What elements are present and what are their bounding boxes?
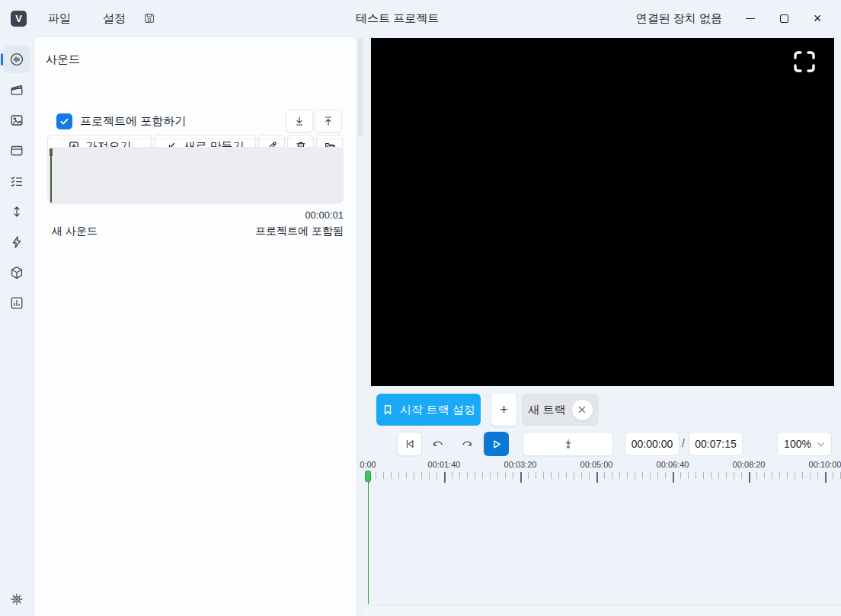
current-time-input[interactable]: 00:00:00 xyxy=(625,432,680,456)
sidebar-item-images[interactable] xyxy=(3,107,30,134)
ruler-minor-tick xyxy=(459,472,460,479)
time-separator: / xyxy=(682,437,685,449)
include-in-project-label: 프로젝트에 포함하기 xyxy=(80,114,186,129)
close-track-button[interactable] xyxy=(572,400,593,420)
ruler-minor-tick xyxy=(718,472,719,479)
gear-icon xyxy=(9,592,24,607)
sidebar-item-stats[interactable] xyxy=(3,289,30,317)
ruler-minor-tick xyxy=(604,472,605,479)
close-icon: × xyxy=(814,11,822,25)
cube-icon xyxy=(9,265,24,280)
ruler-minor-tick xyxy=(566,472,567,479)
maximize-button[interactable] xyxy=(772,7,795,30)
timeline-ruler-ticks xyxy=(368,472,841,484)
play-triangle-icon xyxy=(490,438,503,451)
timeline-area[interactable] xyxy=(365,484,841,605)
zoom-value: 100% xyxy=(784,438,811,450)
stage: 시작 트랙 설정 + 새 트랙 xyxy=(365,37,841,616)
ruler-minor-tick xyxy=(528,472,529,479)
ruler-minor-tick xyxy=(581,472,582,479)
track-tab[interactable]: 새 트랙 xyxy=(522,394,599,426)
playhead-line xyxy=(368,482,369,604)
ruler-minor-tick xyxy=(810,472,811,479)
close-button[interactable]: × xyxy=(806,7,829,30)
redo-arrow-icon xyxy=(460,438,474,450)
ruler-minor-tick xyxy=(398,472,399,479)
maximize-icon xyxy=(780,14,788,23)
ruler-minor-tick xyxy=(764,472,765,479)
total-time-input[interactable]: 00:07:15 xyxy=(689,432,743,456)
check-icon xyxy=(59,116,69,126)
ruler-minor-tick xyxy=(376,472,376,479)
checklist-icon xyxy=(9,174,24,189)
timeline-ruler[interactable]: 0:0000:01:4000:03:2000:05:0000:06:4000:0… xyxy=(368,460,841,484)
ruler-minor-tick xyxy=(680,472,681,479)
ruler-minor-tick xyxy=(779,472,780,479)
menu-file[interactable]: 파일 xyxy=(37,7,82,30)
undo-button[interactable] xyxy=(427,432,449,456)
sound-list-item[interactable]: 00:00:01 새 사운드 프로젝트에 포함됨 xyxy=(47,147,344,204)
sidebar-item-window[interactable] xyxy=(3,137,30,164)
ruler-minor-tick xyxy=(383,472,384,479)
include-in-project-checkbox[interactable] xyxy=(56,113,72,129)
sound-panel: 사운드 프로젝트에 포함하기 xyxy=(34,37,357,616)
panel-scrollbar[interactable] xyxy=(357,37,365,616)
ruler-label: 0:00 xyxy=(360,460,376,469)
ruler-labels: 0:0000:01:4000:03:2000:05:0000:06:4000:0… xyxy=(368,460,841,471)
audio-waveform-icon xyxy=(9,52,24,67)
menu-settings[interactable]: 설정 xyxy=(92,7,136,30)
timeline-scroll-strip[interactable] xyxy=(365,605,841,616)
undo-arrow-icon xyxy=(431,438,445,450)
ruler-minor-tick xyxy=(726,472,727,479)
add-track-button[interactable]: + xyxy=(491,394,516,426)
sidebar-rail xyxy=(0,37,34,616)
zoom-select[interactable]: 100% xyxy=(777,432,832,456)
ruler-minor-tick xyxy=(619,472,620,479)
playhead-handle[interactable] xyxy=(365,471,371,482)
chevron-down-icon xyxy=(817,440,825,448)
sidebar-item-objects[interactable] xyxy=(3,259,30,286)
ruler-minor-tick xyxy=(551,472,552,479)
sidebar-item-audio[interactable] xyxy=(3,46,30,73)
sound-duration: 00:00:01 xyxy=(305,209,344,221)
fullscreen-button[interactable] xyxy=(788,46,820,78)
set-start-track-button[interactable]: 시작 트랙 설정 xyxy=(376,394,481,426)
ruler-major-tick xyxy=(673,472,674,483)
upload-button[interactable] xyxy=(315,110,342,132)
ruler-minor-tick xyxy=(711,472,711,479)
waveform-thumbnail xyxy=(47,147,344,204)
minimize-button[interactable] xyxy=(739,7,762,30)
ruler-minor-tick xyxy=(574,472,574,479)
set-start-track-label: 시작 트랙 설정 xyxy=(400,403,475,417)
ruler-minor-tick xyxy=(406,472,407,479)
ruler-minor-tick xyxy=(772,472,772,479)
image-icon xyxy=(9,113,24,128)
redo-button[interactable] xyxy=(456,432,478,456)
ruler-major-tick xyxy=(596,472,598,483)
skip-to-start-icon xyxy=(404,438,416,450)
play-button[interactable] xyxy=(484,432,509,456)
ruler-label: 00:05:00 xyxy=(580,460,613,469)
skip-to-start-button[interactable] xyxy=(397,432,422,456)
upload-icon xyxy=(322,115,334,127)
download-button[interactable] xyxy=(286,110,313,132)
ruler-minor-tick xyxy=(703,472,704,479)
ruler-major-tick xyxy=(444,472,446,483)
insert-at-playhead-button[interactable] xyxy=(523,432,613,456)
arrow-down-to-point-icon xyxy=(562,438,574,450)
sidebar-item-settings[interactable] xyxy=(3,586,30,613)
ruler-minor-tick xyxy=(741,472,742,479)
sidebar-item-effects[interactable] xyxy=(3,228,30,256)
project-title: 테스트 프로젝트 xyxy=(356,0,439,37)
app-logo: V xyxy=(11,11,27,27)
ruler-minor-tick xyxy=(665,472,666,479)
sidebar-item-checklist[interactable] xyxy=(3,168,30,195)
sidebar-item-video[interactable] xyxy=(3,76,30,104)
playhead[interactable] xyxy=(365,471,372,605)
bookmark-icon xyxy=(382,404,394,416)
clapperboard-icon xyxy=(9,82,24,97)
track-tab-label: 새 트랙 xyxy=(528,403,565,417)
ruler-minor-tick xyxy=(505,472,506,479)
save-button[interactable] xyxy=(144,13,155,24)
sidebar-item-reorder[interactable] xyxy=(3,198,30,225)
